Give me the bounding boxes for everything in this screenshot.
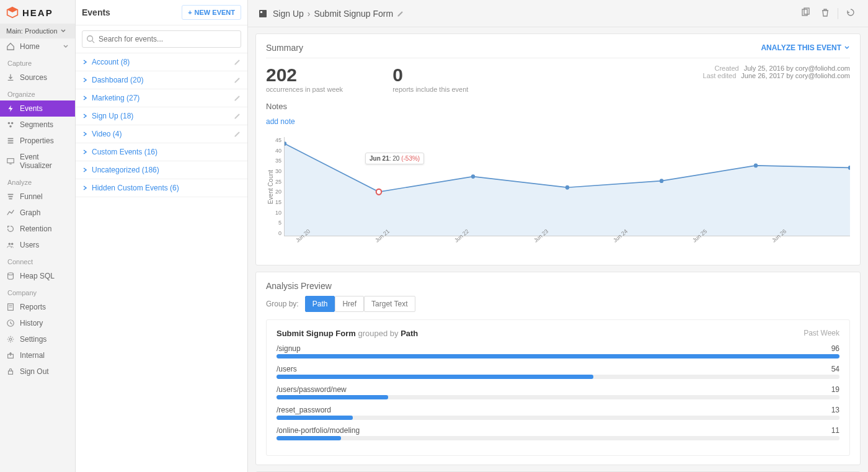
nav-section-head: Organize [0,86,75,100]
events-search-input[interactable] [82,30,241,48]
graph-icon [6,208,15,217]
event-category[interactable]: Custom Events (16) [76,143,247,161]
svg-point-36 [376,189,381,195]
analysis-bar-row: /online-portfolio/modeling11 [277,426,839,440]
nav-home-label: Home [20,42,40,51]
event-category[interactable]: Hidden Custom Events (6) [76,179,247,197]
bar-count: 96 [831,344,839,353]
nav-item-properties[interactable]: Properties [0,133,75,149]
nav-item-label: Event Visualizer [20,153,69,170]
nav-section-head: Analyze [0,174,75,189]
nav-item-label: Internal [20,351,69,360]
event-category-label: Custom Events (16) [92,148,157,156]
stat-occurrences: 202 occurrences in past week [266,65,343,93]
copy-icon[interactable] [798,5,813,22]
analysis-bar-row: /users54 [277,365,839,379]
groupby-tab-href[interactable]: Href [335,296,364,312]
summary-title: Summary [266,43,303,53]
nav-item-history[interactable]: History [0,315,75,331]
analysis-preview-card: Analysis Preview Group by: PathHrefTarge… [255,272,861,465]
download-icon [6,73,15,82]
nav-item-internal[interactable]: Internal [0,347,75,363]
svg-point-3 [11,122,14,125]
event-category[interactable]: Account (8) [76,53,247,71]
event-category[interactable]: Video (4) [76,125,247,143]
chart-tooltip: Jun 21: 20 (-53%) [365,153,424,164]
bar-path: /reset_password [277,406,331,414]
nav-item-label: Sign Out [20,367,69,376]
chart-y-axis-label: Event Count [266,137,275,236]
chevron-down-icon [63,43,69,50]
svg-rect-7 [8,143,14,144]
groupby-tab-target-text[interactable]: Target Text [364,296,415,312]
event-category-label: Sign Up (18) [92,112,133,120]
svg-point-20 [9,338,12,341]
add-note-link[interactable]: add note [266,117,295,126]
event-category[interactable]: Marketing (27) [76,89,247,107]
meta-created-label: Created [714,65,738,72]
event-category[interactable]: Dashboard (20) [76,71,247,89]
chart-y-ticks: 454035302520151050 [275,137,284,236]
events-title: Events [82,7,110,17]
edit-icon[interactable] [234,94,241,102]
nav-item-retention[interactable]: Retention [0,221,75,237]
edit-icon[interactable] [397,10,404,17]
svg-line-24 [92,41,95,43]
edit-icon[interactable] [234,112,241,120]
nav-item-label: Users [20,241,69,249]
chevron-down-icon [844,45,850,51]
edit-icon[interactable] [234,58,241,66]
event-category-label: Uncategorized (186) [92,166,159,174]
stat-occurrences-value: 202 [266,65,343,86]
nav-item-segments[interactable]: Segments [0,117,75,133]
topbar: Sign Up › Submit Signup Form [248,0,868,27]
new-event-button[interactable]: + NEW EVENT [182,5,241,20]
analyze-event-label: ANALYZE THIS EVENT [761,43,841,52]
nav-item-heap-sql[interactable]: Heap SQL [0,268,75,284]
chevron-right-icon [82,59,88,65]
bar-path: /online-portfolio/modeling [277,426,360,435]
settings-icon [6,335,15,344]
nav-item-sources[interactable]: Sources [0,69,75,86]
analyze-event-link[interactable]: ANALYZE THIS EVENT [761,43,850,52]
nav-item-reports[interactable]: Reports [0,299,75,315]
bolt-icon [6,104,15,113]
nav-item-label: Settings [20,335,69,344]
nav-item-label: History [20,319,69,327]
breadcrumb-parent[interactable]: Sign Up [273,9,304,19]
nav-item-label: Heap SQL [20,272,69,280]
nav-item-funnel[interactable]: Funnel [0,189,75,205]
heap-logo-icon [6,6,19,19]
breadcrumb-separator: › [308,9,311,19]
edit-icon[interactable] [234,130,241,138]
retention-icon [6,225,15,233]
nav-item-settings[interactable]: Settings [0,331,75,347]
groupby-tab-path[interactable]: Path [305,296,335,312]
event-icon [258,9,268,19]
svg-point-23 [87,36,93,42]
nav-item-events[interactable]: Events [0,100,75,117]
nav-item-users[interactable]: Users [0,237,75,253]
nav-item-graph[interactable]: Graph [0,205,75,221]
edit-icon[interactable] [234,76,241,84]
groupby-label: Group by: [266,300,299,308]
summary-card: Summary ANALYZE THIS EVENT 202 occurrenc… [255,33,861,265]
event-category[interactable]: Sign Up (18) [76,107,247,125]
nav-home[interactable]: Home [0,38,75,55]
chevron-right-icon [82,167,88,173]
new-event-label: NEW EVENT [195,9,235,16]
bar-count: 54 [831,365,839,373]
nav-item-label: Events [20,104,69,113]
logo: HEAP [0,0,75,24]
delete-icon[interactable] [818,5,833,22]
revert-icon[interactable] [843,5,858,22]
svg-rect-11 [9,196,13,197]
nav-item-sign-out[interactable]: Sign Out [0,363,75,380]
event-category-label: Account (8) [92,58,130,66]
event-category[interactable]: Uncategorized (186) [76,161,247,179]
segments-icon [6,120,15,129]
svg-point-2 [8,122,11,125]
environment-selector[interactable]: Main: Production [0,24,75,38]
bar-count: 13 [831,406,839,414]
nav-item-event-visualizer[interactable]: Event Visualizer [0,149,75,174]
